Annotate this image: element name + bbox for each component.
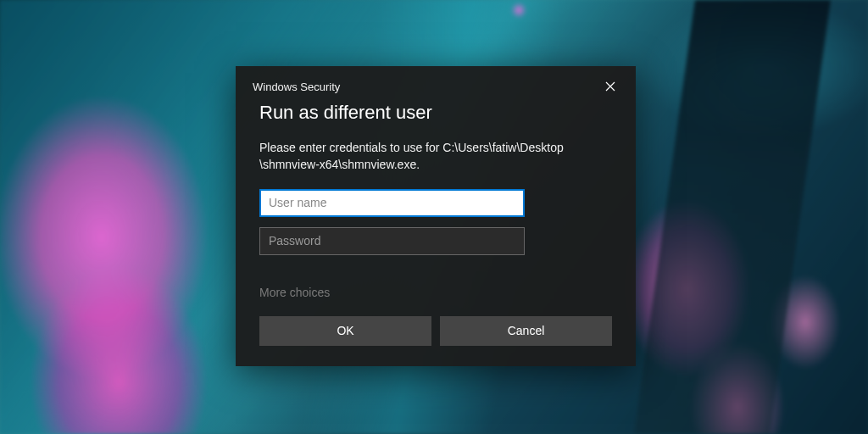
- close-button[interactable]: [602, 78, 619, 95]
- dialog-message: Please enter credentials to use for C:\U…: [259, 139, 612, 174]
- close-icon: [605, 81, 615, 92]
- username-input[interactable]: [259, 189, 525, 217]
- ok-button[interactable]: OK: [259, 316, 431, 346]
- more-choices-link[interactable]: More choices: [259, 286, 612, 299]
- credentials-dialog: Windows Security Run as different user P…: [236, 66, 636, 366]
- dialog-button-row: OK Cancel: [259, 316, 612, 346]
- password-input[interactable]: [259, 227, 525, 255]
- dialog-heading: Run as different user: [259, 102, 612, 124]
- cancel-button[interactable]: Cancel: [440, 316, 612, 346]
- dialog-title: Windows Security: [253, 81, 340, 93]
- dialog-header: Windows Security: [259, 78, 612, 95]
